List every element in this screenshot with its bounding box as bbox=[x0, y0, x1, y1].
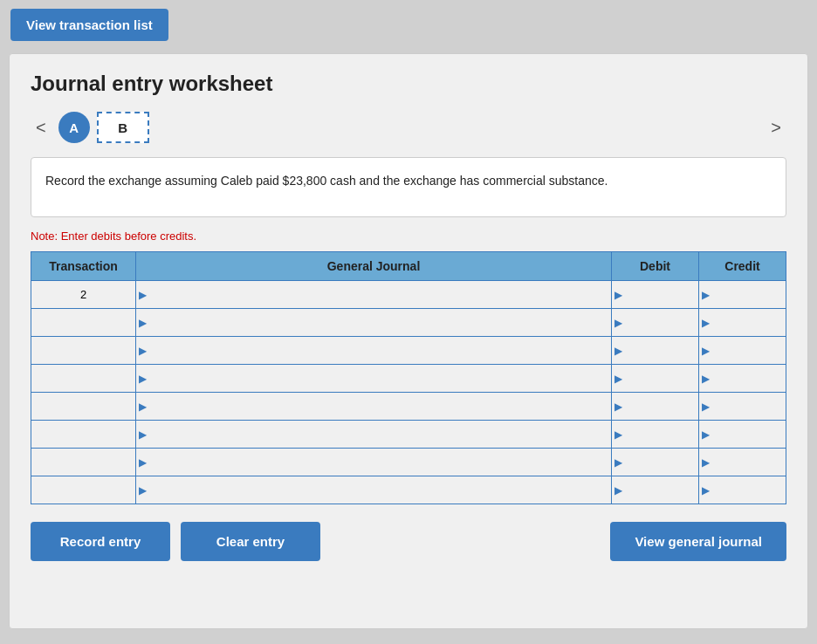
table-header-row: Transaction General Journal Debit Credit bbox=[31, 252, 786, 281]
journal-input-1[interactable] bbox=[140, 311, 608, 334]
credit-input-6[interactable] bbox=[703, 450, 782, 474]
debit-input-1[interactable] bbox=[615, 311, 695, 334]
table-row: ▶▶▶ bbox=[31, 281, 786, 309]
transaction-cell-1[interactable] bbox=[31, 309, 136, 337]
transaction-input-0[interactable] bbox=[35, 283, 132, 306]
journal-input-4[interactable] bbox=[140, 394, 608, 418]
arrow-icon: ▶ bbox=[139, 345, 147, 357]
journal-input-3[interactable] bbox=[140, 367, 608, 390]
header-general-journal: General Journal bbox=[136, 252, 612, 281]
table-row: ▶▶▶ bbox=[31, 337, 786, 365]
transaction-cell-5[interactable] bbox=[31, 421, 136, 449]
arrow-icon: ▶ bbox=[139, 317, 147, 329]
transaction-cell-3[interactable] bbox=[31, 365, 136, 393]
debit-input-7[interactable] bbox=[615, 478, 695, 502]
debit-input-5[interactable] bbox=[615, 422, 695, 446]
transaction-cell-6[interactable] bbox=[31, 449, 136, 476]
header-credit: Credit bbox=[699, 252, 786, 281]
tab-b[interactable]: B bbox=[97, 112, 149, 143]
credit-cell-4[interactable]: ▶ bbox=[699, 393, 786, 421]
credit-cell-2[interactable]: ▶ bbox=[699, 337, 786, 365]
debit-input-2[interactable] bbox=[615, 339, 695, 362]
top-bar: View transaction list bbox=[0, 0, 817, 50]
transaction-cell-0[interactable] bbox=[31, 281, 136, 309]
debit-input-0[interactable] bbox=[615, 283, 695, 306]
journal-entry-cell-5[interactable]: ▶ bbox=[136, 421, 612, 449]
arrow-icon: ▶ bbox=[614, 289, 622, 301]
worksheet-title: Journal entry worksheet bbox=[31, 72, 786, 96]
table-row: ▶▶▶ bbox=[31, 476, 786, 504]
credit-cell-3[interactable]: ▶ bbox=[699, 365, 786, 393]
credit-cell-0[interactable]: ▶ bbox=[699, 281, 786, 309]
journal-entry-cell-6[interactable]: ▶ bbox=[136, 449, 612, 476]
nav-left-arrow[interactable]: < bbox=[31, 114, 51, 141]
transaction-input-6[interactable] bbox=[35, 450, 132, 474]
journal-entry-cell-2[interactable]: ▶ bbox=[136, 337, 612, 365]
arrow-icon: ▶ bbox=[614, 401, 622, 413]
journal-entry-cell-7[interactable]: ▶ bbox=[136, 476, 612, 504]
clear-entry-button[interactable]: Clear entry bbox=[181, 522, 320, 561]
credit-input-4[interactable] bbox=[703, 394, 782, 418]
arrow-icon: ▶ bbox=[702, 428, 710, 441]
transaction-input-2[interactable] bbox=[35, 339, 132, 362]
view-general-journal-button[interactable]: View general journal bbox=[610, 522, 786, 561]
debit-cell-2[interactable]: ▶ bbox=[612, 337, 699, 365]
table-row: ▶▶▶ bbox=[31, 449, 786, 476]
credit-input-5[interactable] bbox=[703, 422, 782, 446]
transaction-input-1[interactable] bbox=[35, 311, 132, 334]
record-entry-button[interactable]: Record entry bbox=[31, 522, 170, 561]
journal-entry-cell-3[interactable]: ▶ bbox=[136, 365, 612, 393]
journal-input-6[interactable] bbox=[140, 450, 608, 474]
credit-cell-7[interactable]: ▶ bbox=[699, 476, 786, 504]
credit-input-1[interactable] bbox=[703, 311, 782, 334]
credit-cell-6[interactable]: ▶ bbox=[699, 449, 786, 476]
nav-right-arrow[interactable]: > bbox=[766, 114, 786, 141]
credit-input-7[interactable] bbox=[703, 478, 782, 502]
arrow-icon: ▶ bbox=[702, 484, 710, 497]
transaction-cell-7[interactable] bbox=[31, 476, 136, 504]
arrow-icon: ▶ bbox=[139, 373, 147, 385]
note-text: Note: Enter debits before credits. bbox=[31, 230, 786, 243]
debit-input-6[interactable] bbox=[615, 450, 695, 474]
debit-cell-4[interactable]: ▶ bbox=[612, 393, 699, 421]
journal-table: Transaction General Journal Debit Credit… bbox=[31, 251, 786, 504]
debit-input-3[interactable] bbox=[615, 367, 695, 390]
journal-entry-cell-4[interactable]: ▶ bbox=[136, 393, 612, 421]
arrow-icon: ▶ bbox=[702, 373, 710, 385]
credit-input-0[interactable] bbox=[703, 283, 782, 306]
debit-cell-1[interactable]: ▶ bbox=[612, 309, 699, 337]
arrow-icon: ▶ bbox=[614, 428, 622, 441]
transaction-input-5[interactable] bbox=[35, 422, 132, 446]
transaction-input-7[interactable] bbox=[35, 478, 132, 502]
debit-cell-5[interactable]: ▶ bbox=[612, 421, 699, 449]
journal-entry-cell-1[interactable]: ▶ bbox=[136, 309, 612, 337]
credit-cell-5[interactable]: ▶ bbox=[699, 421, 786, 449]
arrow-icon: ▶ bbox=[139, 289, 147, 301]
arrow-icon: ▶ bbox=[702, 345, 710, 357]
arrow-icon: ▶ bbox=[702, 289, 710, 301]
debit-cell-3[interactable]: ▶ bbox=[612, 365, 699, 393]
journal-input-5[interactable] bbox=[140, 422, 608, 446]
transaction-input-4[interactable] bbox=[35, 394, 132, 418]
transaction-input-3[interactable] bbox=[35, 367, 132, 390]
arrow-icon: ▶ bbox=[702, 401, 710, 413]
credit-cell-1[interactable]: ▶ bbox=[699, 309, 786, 337]
credit-input-2[interactable] bbox=[703, 339, 782, 362]
tab-a[interactable]: A bbox=[58, 112, 90, 143]
journal-entry-cell-0[interactable]: ▶ bbox=[136, 281, 612, 309]
journal-input-2[interactable] bbox=[140, 339, 608, 362]
table-row: ▶▶▶ bbox=[31, 365, 786, 393]
debit-input-4[interactable] bbox=[615, 394, 695, 418]
credit-input-3[interactable] bbox=[703, 367, 782, 390]
journal-input-7[interactable] bbox=[140, 478, 608, 502]
arrow-icon: ▶ bbox=[614, 456, 622, 469]
debit-cell-7[interactable]: ▶ bbox=[612, 476, 699, 504]
transaction-cell-4[interactable] bbox=[31, 393, 136, 421]
transaction-cell-2[interactable] bbox=[31, 337, 136, 365]
header-debit: Debit bbox=[612, 252, 699, 281]
debit-cell-6[interactable]: ▶ bbox=[612, 449, 699, 476]
journal-input-0[interactable] bbox=[140, 283, 608, 306]
debit-cell-0[interactable]: ▶ bbox=[612, 281, 699, 309]
arrow-icon: ▶ bbox=[139, 428, 147, 441]
view-transaction-button[interactable]: View transaction list bbox=[10, 9, 168, 41]
